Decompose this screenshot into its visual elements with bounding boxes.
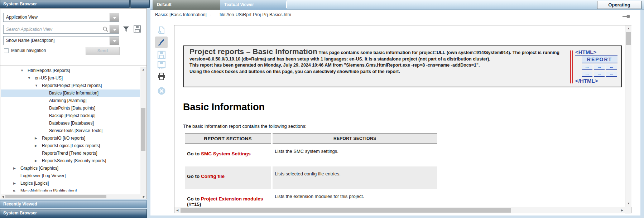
row-config-file: Go to Config file Lists selected config … bbox=[185, 166, 437, 189]
operating-button[interactable]: Operating bbox=[597, 1, 641, 9]
expander-closed-icon[interactable] bbox=[35, 157, 42, 165]
expander-closed-icon[interactable] bbox=[35, 142, 42, 150]
save-as-icon[interactable] bbox=[157, 61, 166, 69]
tree-item-reportslogics[interactable]: ReportsLogics [Logics reports] bbox=[1, 142, 140, 150]
search-box bbox=[3, 25, 119, 34]
filter-icon[interactable] bbox=[122, 26, 130, 34]
expander-open-icon[interactable] bbox=[35, 82, 42, 89]
scroll-right-icon[interactable]: ▶ bbox=[621, 209, 623, 212]
manual-navigation-label: Manual navigation bbox=[11, 48, 46, 53]
tree-item-logviewer[interactable]: LogViewer [Log Viewer] bbox=[1, 172, 140, 180]
tree-item-basics[interactable]: Basics [Basic Information] bbox=[1, 89, 140, 97]
save-filter-icon[interactable] bbox=[133, 25, 141, 34]
tree-horizontal-scrollbar[interactable]: ◀ ▶ bbox=[1, 194, 146, 199]
view-selector-dropdown[interactable]: Application View bbox=[3, 13, 119, 22]
tree-item-logics[interactable]: Logics [Logics] bbox=[1, 180, 140, 187]
tree-vertical-scrollbar[interactable]: ▲ ▼ bbox=[140, 67, 146, 199]
system-browser-header: System Browser bbox=[0, 0, 130, 8]
tab-separator bbox=[286, 1, 287, 8]
tree-item-reportsproject[interactable]: ReportsProject [Project reports] bbox=[1, 82, 140, 89]
edit-pen-icon[interactable] bbox=[157, 38, 166, 47]
logo-report-label: REPORT bbox=[582, 56, 617, 63]
save-icon[interactable] bbox=[157, 50, 166, 59]
expander-open-icon[interactable] bbox=[28, 74, 35, 82]
display-mode-dropdown[interactable]: Show Name [Description] bbox=[3, 36, 119, 45]
panel-header-extension[interactable] bbox=[130, 0, 150, 8]
report-header-title: Project reports – Basic Information bbox=[189, 47, 317, 55]
row-description: Lists selected config file entries. bbox=[275, 166, 434, 176]
row-project-extension-modules: Go to Project Extension modules (#=15) L… bbox=[185, 189, 437, 207]
scroll-down-icon[interactable]: ▼ bbox=[627, 202, 630, 205]
app-root: { "left_panel": { "title": "System Brows… bbox=[0, 0, 644, 218]
scroll-up-icon[interactable]: ▲ bbox=[142, 68, 145, 71]
scrollbar-corner bbox=[625, 207, 631, 213]
panel-title: System Browser bbox=[3, 1, 37, 6]
system-browser-bottom-bar[interactable]: System Browser bbox=[0, 209, 147, 218]
column-header: REPORT SECTIONS bbox=[185, 134, 271, 144]
breadcrumb-source-url: file://en-US\Rprt-Proj-Prj-Basics.htm bbox=[220, 12, 291, 17]
expander-closed-icon[interactable] bbox=[13, 180, 20, 187]
report-section-heading: Basic Information bbox=[183, 102, 265, 113]
system-browser-tree: HtmlReports [Reports] en-US [en-US] Repo… bbox=[1, 67, 140, 192]
tree-item-graphics[interactable]: Graphics [Graphics] bbox=[1, 165, 140, 172]
expander-closed-icon[interactable] bbox=[35, 135, 42, 142]
send-button[interactable]: Send bbox=[86, 47, 120, 55]
recently-viewed-bar[interactable]: Recently Viewed bbox=[0, 200, 147, 208]
tree-item-reportssecurity[interactable]: ReportsSecurity [Security reports] bbox=[1, 157, 140, 165]
scroll-left-icon[interactable]: ◀ bbox=[176, 209, 178, 212]
breadcrumb-selection: Basics [Basic Information] bbox=[155, 12, 207, 17]
tree-item-datapoints[interactable]: DataPoints [Data points] bbox=[1, 105, 140, 112]
print-icon[interactable] bbox=[157, 72, 166, 81]
tree-item-servicetexts[interactable]: ServiceTexts [Service Texts] bbox=[1, 127, 140, 135]
chevron-down-icon[interactable] bbox=[110, 13, 119, 21]
scrollbar-thumb[interactable] bbox=[141, 108, 145, 151]
tree-item-alarming[interactable]: Alarming [Alarming] bbox=[1, 97, 140, 105]
tree-item-databases[interactable]: Databases [Databases] bbox=[1, 120, 140, 127]
display-mode-value: Show Name [Description] bbox=[6, 37, 54, 45]
project-name: ULL bbox=[437, 50, 445, 55]
scroll-up-icon[interactable]: ▲ bbox=[627, 27, 630, 30]
tab-textual-viewer[interactable]: Textual Viewer bbox=[220, 0, 287, 10]
search-icon[interactable] bbox=[102, 26, 109, 34]
search-input[interactable] bbox=[4, 25, 102, 33]
manual-navigation-checkbox[interactable] bbox=[4, 48, 9, 53]
chevron-down-icon[interactable] bbox=[110, 37, 119, 45]
scrollbar-thumb[interactable] bbox=[626, 32, 631, 45]
scrollbar-thumb[interactable] bbox=[181, 208, 511, 213]
breadcrumb-dash: - bbox=[210, 12, 211, 17]
scroll-left-icon[interactable]: ◀ bbox=[2, 195, 4, 198]
new-report-icon[interactable] bbox=[157, 26, 166, 35]
logo-red-bars-icon bbox=[570, 50, 573, 83]
chevron-down-icon[interactable] bbox=[110, 25, 119, 33]
logo-html-open-tag: <HTML> bbox=[575, 49, 617, 56]
report-viewer: Project reports – Basic Information This… bbox=[174, 25, 631, 213]
table-header-row: REPORT SECTIONS REPORT SECTIONS bbox=[185, 134, 437, 144]
tree-item-reportstrend[interactable]: ReportsTrend [Trend reports] bbox=[1, 150, 140, 157]
tree-item-htmlreports[interactable]: HtmlReports [Reports] bbox=[1, 67, 140, 74]
viewer-horizontal-scrollbar[interactable]: ◀ ▶ bbox=[174, 207, 625, 213]
tree-item-massnotification[interactable]: MassNotification [Notification] bbox=[1, 187, 140, 192]
report-header-line4: Using the check boxes and buttons on thi… bbox=[189, 69, 570, 75]
expander-closed-icon[interactable] bbox=[13, 165, 20, 172]
viewer-vertical-scrollbar[interactable]: ▲ ▼ bbox=[625, 25, 631, 207]
view-selector-value: Application View bbox=[6, 13, 38, 21]
scroll-right-icon[interactable]: ▶ bbox=[143, 195, 145, 198]
report-sections-intro: The basic information report contains th… bbox=[183, 123, 307, 129]
row-description: Lists the extension modules for this pro… bbox=[275, 189, 434, 199]
config-file-link[interactable]: Config file bbox=[201, 174, 225, 179]
project-extension-modules-link[interactable]: Project Extension modules bbox=[201, 196, 263, 202]
close-icon[interactable] bbox=[157, 87, 166, 95]
tree-item-en-us[interactable]: en-US [en-US] bbox=[1, 74, 140, 82]
report-sections-table: REPORT SECTIONS REPORT SECTIONS Go to SM… bbox=[183, 134, 439, 207]
column-header: REPORT SECTIONS bbox=[273, 134, 437, 144]
tab-default[interactable]: Default bbox=[153, 0, 220, 10]
tree-item-reportsio[interactable]: ReportsIO [I/O reports] bbox=[1, 135, 140, 142]
pin-icon[interactable] bbox=[623, 15, 630, 18]
expander-closed-icon[interactable] bbox=[13, 187, 20, 192]
scrollbar-thumb[interactable] bbox=[5, 195, 106, 198]
system-browser-panel: Application View Show Name [Description]… bbox=[0, 8, 147, 199]
tree-item-backup[interactable]: Backup [Project backup] bbox=[1, 112, 140, 120]
html-report-logo: <HTML> REPORT ... ... ... ... ... ... </… bbox=[570, 49, 618, 85]
smc-system-settings-link[interactable]: SMC System Settings bbox=[201, 151, 251, 156]
expander-open-icon[interactable] bbox=[20, 67, 28, 74]
